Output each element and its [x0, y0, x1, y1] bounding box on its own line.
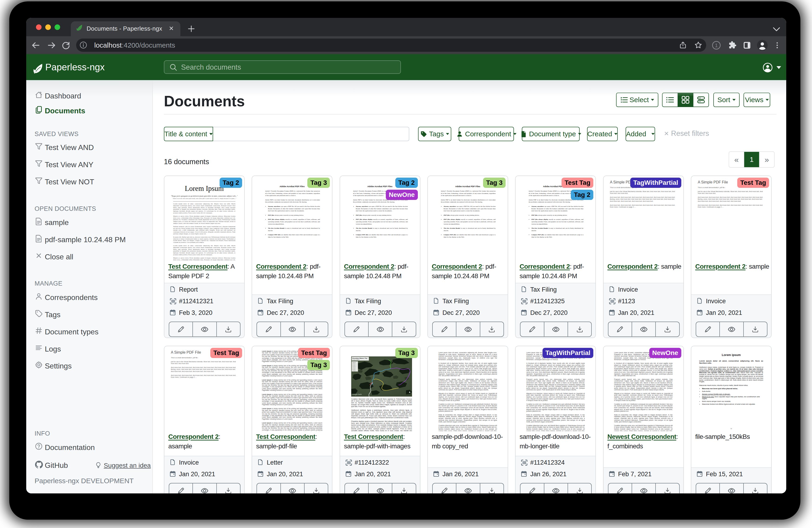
svg-text:Google Earth: Google Earth: [352, 394, 362, 396]
svg-text:▲ Day 6: ▲ Day 6: [352, 370, 356, 371]
svg-text:▲ Day 1: ▲ Day 1: [352, 363, 356, 364]
svg-text:1: 1: [715, 43, 718, 48]
svg-text:Legend: Legend: [352, 362, 356, 363]
svg-text:▲ Day 2: ▲ Day 2: [352, 365, 356, 366]
svg-text:▲ Day 3: ▲ Day 3: [352, 366, 356, 367]
svg-text:▲ Day 4: ▲ Day 4: [352, 368, 356, 369]
svg-text:▲ Day 5: ▲ Day 5: [352, 369, 356, 370]
svg-text:for days in BWCA: for days in BWCA: [352, 359, 359, 360]
svg-text:Boundary Waters Trip: Boundary Waters Trip: [352, 357, 367, 359]
